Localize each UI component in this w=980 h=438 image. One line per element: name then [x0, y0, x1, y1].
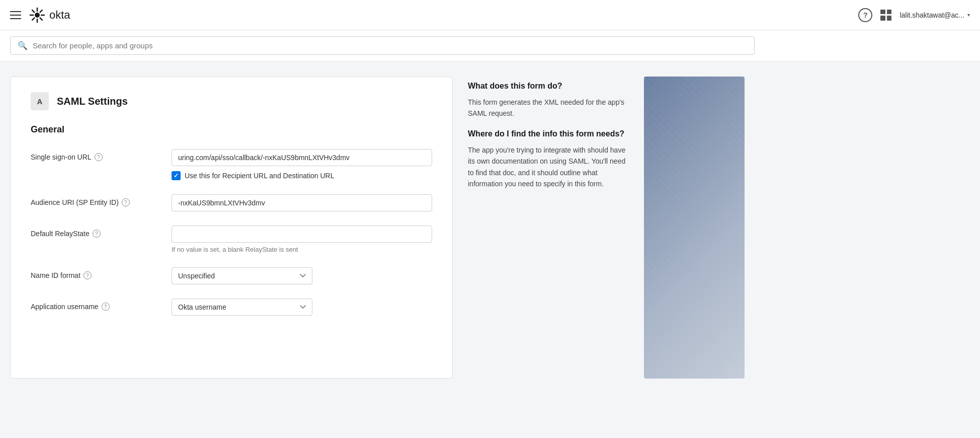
- saml-settings-form-card: A SAML Settings General Single sign-on U…: [10, 77, 453, 379]
- chevron-down-icon: ▾: [967, 12, 970, 18]
- relay-state-help-icon[interactable]: ?: [93, 230, 101, 238]
- nav-left: okta: [10, 7, 70, 23]
- name-id-format-field: Unspecified EmailAddress Persistent Tran…: [172, 267, 432, 284]
- form-title: SAML Settings: [57, 96, 128, 107]
- audience-uri-label: Audience URI (SP Entity ID) ?: [31, 194, 172, 206]
- sidebar-text-1: This form generates the XML needed for t…: [468, 97, 629, 119]
- okta-brand-name: okta: [49, 9, 70, 22]
- app-username-row: Application username ? Okta username Ema…: [31, 299, 432, 316]
- top-navigation: okta ? lalit.shaktawat@ac... ▾: [0, 0, 980, 30]
- relay-state-input[interactable]: [172, 226, 432, 243]
- sidebar-text-2: The app you're trying to integrate with …: [468, 144, 629, 190]
- apps-grid-button[interactable]: [880, 10, 891, 21]
- sidebar-help: What does this form do? This form genera…: [468, 77, 629, 379]
- recipient-url-label: Use this for Recipient URL and Destinati…: [185, 172, 335, 180]
- nav-right: ? lalit.shaktawat@ac... ▾: [858, 8, 970, 22]
- help-button[interactable]: ?: [858, 8, 872, 22]
- sso-url-label: Single sign-on URL ?: [31, 149, 172, 161]
- sidebar-title-2: Where do I find the info this form needs…: [468, 129, 629, 138]
- app-username-label: Application username ?: [31, 299, 172, 311]
- search-bar-container: 🔍: [0, 30, 980, 61]
- relay-state-label: Default RelayState ?: [31, 226, 172, 238]
- recipient-url-checkbox-row: Use this for Recipient URL and Destinati…: [172, 171, 432, 180]
- sso-url-input[interactable]: [172, 149, 432, 166]
- audience-uri-help-icon[interactable]: ?: [122, 198, 130, 206]
- audience-uri-input[interactable]: [172, 194, 432, 211]
- recipient-url-checkbox[interactable]: [172, 171, 181, 180]
- name-id-format-select[interactable]: Unspecified EmailAddress Persistent Tran…: [172, 267, 312, 284]
- sso-url-row: Single sign-on URL ? Use this for Recipi…: [31, 149, 432, 180]
- step-badge: A: [31, 92, 49, 110]
- user-email: lalit.shaktawat@ac...: [900, 11, 964, 19]
- relay-state-field: If no value is set, a blank RelayState i…: [172, 226, 432, 253]
- name-id-format-help-icon[interactable]: ?: [84, 271, 92, 279]
- svg-line-7: [40, 10, 42, 12]
- section-general: General: [31, 124, 432, 135]
- hamburger-menu[interactable]: [10, 11, 21, 19]
- app-username-select[interactable]: Okta username Email Custom: [172, 299, 312, 316]
- name-id-format-row: Name ID format ? Unspecified EmailAddres…: [31, 267, 432, 284]
- user-menu[interactable]: lalit.shaktawat@ac... ▾: [900, 11, 970, 19]
- relay-state-hint: If no value is set, a blank RelayState i…: [172, 246, 432, 253]
- form-header: A SAML Settings: [31, 92, 432, 110]
- app-username-help-icon[interactable]: ?: [102, 303, 110, 311]
- okta-sunburst-icon: [29, 7, 45, 23]
- audience-uri-row: Audience URI (SP Entity ID) ?: [31, 194, 432, 211]
- sso-url-help-icon[interactable]: ?: [95, 153, 103, 161]
- app-username-field: Okta username Email Custom: [172, 299, 432, 316]
- relay-state-row: Default RelayState ? If no value is set,…: [31, 226, 432, 253]
- audience-uri-field: [172, 194, 432, 211]
- sso-url-field: Use this for Recipient URL and Destinati…: [172, 149, 432, 180]
- main-content: A SAML Settings General Single sign-on U…: [0, 61, 755, 394]
- search-input[interactable]: [33, 41, 747, 50]
- okta-logo: okta: [29, 7, 70, 23]
- svg-line-5: [32, 10, 34, 12]
- name-id-format-label: Name ID format ?: [31, 267, 172, 279]
- right-decorative-panel: [644, 77, 745, 379]
- svg-point-0: [35, 13, 40, 18]
- svg-line-8: [32, 18, 34, 20]
- sidebar-title-1: What does this form do?: [468, 82, 629, 91]
- search-icon: 🔍: [18, 41, 28, 50]
- search-bar: 🔍: [10, 36, 755, 55]
- svg-line-6: [40, 18, 42, 20]
